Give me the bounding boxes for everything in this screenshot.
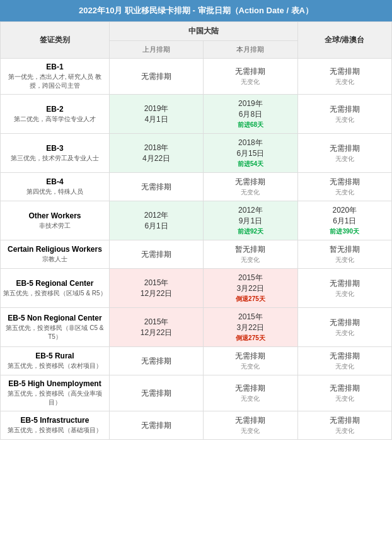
last-period-eb1: 无需排期 <box>109 59 203 95</box>
visa-cell-eb5-regional: EB-5 Regional Center第五优先，投资移民（区域I5 & R5） <box>1 269 110 308</box>
china-group-header: 中国大陆 <box>109 22 297 41</box>
visa-cell-eb5-infrastructure: EB-5 Infrastructure第五优先，投资移民（基础项目） <box>1 411 110 440</box>
last-period-eb5-non-regional: 2015年12月22日 <box>109 308 203 347</box>
visa-cell-eb4: EB-4第四优先，特殊人员 <box>1 173 110 201</box>
global-religious-workers: 暂无排期无变化 <box>297 240 391 269</box>
visa-col-header: 签证类别 <box>1 22 110 59</box>
this-period-eb1: 无需排期无变化 <box>204 59 297 95</box>
global-eb5-regional: 无需排期无变化 <box>297 269 391 308</box>
last-period-other-workers: 2012年6月1日 <box>109 201 203 240</box>
last-period-eb4: 无需排期 <box>109 173 203 201</box>
global-eb4: 无需排期无变化 <box>297 173 391 201</box>
global-eb2: 无需排期无变化 <box>297 95 391 134</box>
table-row: EB-4第四优先，特殊人员无需排期无需排期无变化无需排期无变化 <box>1 173 392 201</box>
this-period-eb5-infrastructure: 无需排期无变化 <box>204 411 297 440</box>
table-row: EB-1第一优先，杰出人才, 研究人员 教授，跨国公司主管无需排期无需排期无变化… <box>1 59 392 95</box>
this-period-eb5-rural: 无需排期无变化 <box>204 347 297 375</box>
last-period-eb2: 2019年4月1日 <box>109 95 203 134</box>
this-period-eb3: 2018年6月15日前进54天 <box>204 134 297 173</box>
global-eb3: 无需排期无变化 <box>297 134 391 173</box>
table-row: EB-5 Regional Center第五优先，投资移民（区域I5 & R5）… <box>1 269 392 308</box>
visa-cell-eb2: EB-2第二优先，高等学位专业人才 <box>1 95 110 134</box>
table-row: EB-5 Infrastructure第五优先，投资移民（基础项目）无需排期无需… <box>1 411 392 440</box>
last-period-eb5-infrastructure: 无需排期 <box>109 411 203 440</box>
visa-cell-eb5-high-unemployment: EB-5 High Unemployment第五优先，投资移民（高失业率项目） <box>1 375 110 411</box>
page-title: 2022年10月 职业移民绿卡排期 - 审批日期（Action Date / 表… <box>0 0 392 21</box>
table-row: EB-3第三优先，技术劳工及专业人士2018年4月22日2018年6月15日前进… <box>1 134 392 173</box>
visa-cell-religious-workers: Certain Religious Workers宗教人士 <box>1 240 110 269</box>
last-period-eb3: 2018年4月22日 <box>109 134 203 173</box>
table-row: EB-2第二优先，高等学位专业人才2019年4月1日2019年6月8日前进68天… <box>1 95 392 134</box>
visa-cell-eb3: EB-3第三优先，技术劳工及专业人士 <box>1 134 110 173</box>
global-eb5-non-regional: 无需排期无变化 <box>297 308 391 347</box>
this-period-eb2: 2019年6月8日前进68天 <box>204 95 297 134</box>
last-period-header: 上月排期 <box>109 41 203 59</box>
table-row: EB-5 High Unemployment第五优先，投资移民（高失业率项目）无… <box>1 375 392 411</box>
visa-cell-eb5-non-regional: EB-5 Non Regional Center第五优先，投资移民（非区域 C5… <box>1 308 110 347</box>
table-row: Other Workers非技术劳工2012年6月1日2012年9月1日前进92… <box>1 201 392 240</box>
last-period-religious-workers: 无需排期 <box>109 240 203 269</box>
last-period-eb5-high-unemployment: 无需排期 <box>109 375 203 411</box>
visa-cell-eb1: EB-1第一优先，杰出人才, 研究人员 教授，跨国公司主管 <box>1 59 110 95</box>
this-period-eb4: 无需排期无变化 <box>204 173 297 201</box>
global-eb5-infrastructure: 无需排期无变化 <box>297 411 391 440</box>
last-period-eb5-rural: 无需排期 <box>109 347 203 375</box>
visa-cell-other-workers: Other Workers非技术劳工 <box>1 201 110 240</box>
table-row: EB-5 Rural第五优先，投资移民（农村项目）无需排期无需排期无变化无需排期… <box>1 347 392 375</box>
global-col-header: 全球/港澳台 <box>297 22 391 59</box>
table-row: Certain Religious Workers宗教人士无需排期暂无排期无变化… <box>1 240 392 269</box>
global-eb5-rural: 无需排期无变化 <box>297 347 391 375</box>
this-period-eb5-non-regional: 2015年3月22日倒退275天 <box>204 308 297 347</box>
this-period-other-workers: 2012年9月1日前进92天 <box>204 201 297 240</box>
this-period-header: 本月排期 <box>204 41 297 59</box>
this-period-eb5-high-unemployment: 无需排期无变化 <box>204 375 297 411</box>
global-other-workers: 2020年6月1日前进390天 <box>297 201 391 240</box>
last-period-eb5-regional: 2015年12月22日 <box>109 269 203 308</box>
this-period-eb5-regional: 2015年3月22日倒退275天 <box>204 269 297 308</box>
visa-cell-eb5-rural: EB-5 Rural第五优先，投资移民（农村项目） <box>1 347 110 375</box>
this-period-religious-workers: 暂无排期无变化 <box>204 240 297 269</box>
global-eb5-high-unemployment: 无需排期无变化 <box>297 375 391 411</box>
global-eb1: 无需排期无变化 <box>297 59 391 95</box>
table-row: EB-5 Non Regional Center第五优先，投资移民（非区域 C5… <box>1 308 392 347</box>
